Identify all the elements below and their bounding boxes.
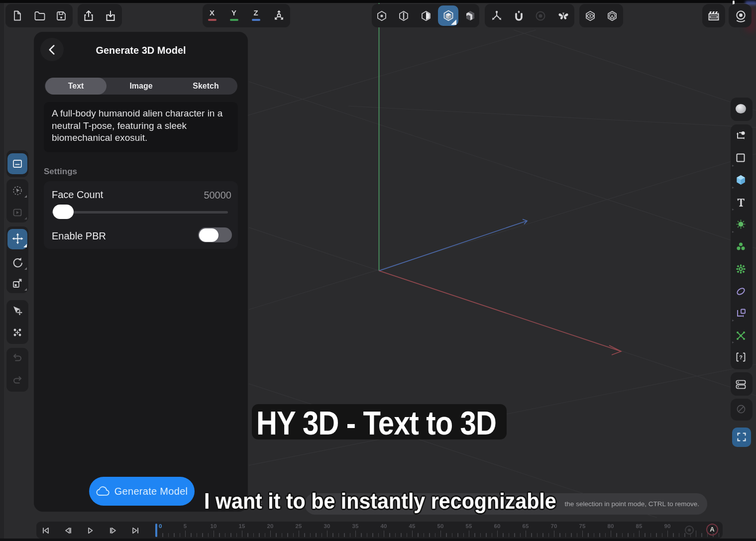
svg-text:A: A — [611, 13, 614, 19]
svg-text:?: ? — [739, 354, 743, 360]
